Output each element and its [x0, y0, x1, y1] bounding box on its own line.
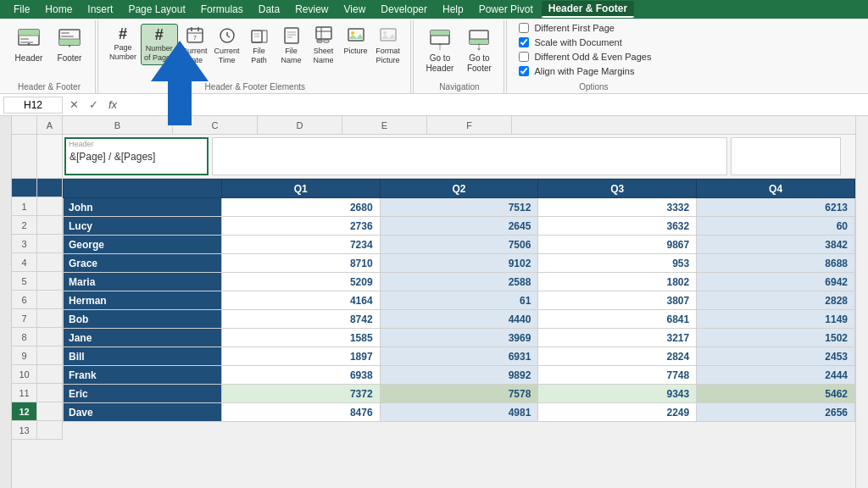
cell-herman-q4[interactable]: 2828 [697, 291, 855, 310]
cell-grace-q2[interactable]: 9102 [380, 254, 538, 273]
go-to-footer-button[interactable]: ↓ Go toFooter [461, 24, 497, 76]
col-a-r10[interactable] [37, 365, 62, 384]
cell-maria-q4[interactable]: 6942 [697, 273, 855, 291]
menu-formulas[interactable]: Formulas [194, 2, 250, 17]
col-a-r4[interactable] [37, 253, 62, 272]
cell-herman-name[interactable]: Herman [64, 291, 222, 310]
cell-lucy-q4[interactable]: 60 [697, 217, 855, 236]
cell-bob-q1[interactable]: 8742 [221, 310, 380, 329]
menu-page-layout[interactable]: Page Layout [121, 2, 192, 17]
col-header-e[interactable]: E [342, 116, 427, 134]
sheet-name-button[interactable]: SheetName [309, 24, 339, 67]
cell-eric-q4[interactable]: 5462 [697, 385, 855, 403]
col-a-r6[interactable] [37, 291, 62, 309]
cell-bill-q2[interactable]: 6931 [380, 347, 538, 366]
cell-john-q1[interactable]: 2680 [221, 198, 380, 217]
scale-with-doc-checkbox[interactable] [519, 37, 529, 47]
cell-grace-name[interactable]: Grace [64, 254, 222, 273]
different-first-checkbox[interactable] [519, 23, 529, 33]
header-left-section[interactable]: Header &[Page] / &[Pages] [64, 137, 209, 175]
cell-maria-q2[interactable]: 2588 [380, 273, 538, 291]
header-right-section[interactable] [731, 137, 841, 175]
cell-frank-q4[interactable]: 2444 [697, 366, 855, 385]
cell-jane-name[interactable]: Jane [64, 329, 222, 347]
cell-dave-q1[interactable]: 8476 [221, 403, 380, 422]
col-a-r3[interactable] [37, 235, 62, 253]
cell-jane-q1[interactable]: 1585 [221, 329, 380, 347]
header-center-section[interactable] [212, 137, 727, 175]
col-a-r5[interactable] [37, 272, 62, 291]
col-a-r8[interactable] [37, 328, 62, 347]
different-odd-even-label[interactable]: Different Odd & Even Pages [534, 52, 651, 62]
menu-review[interactable]: Review [288, 2, 335, 17]
menu-header-footer[interactable]: Header & Footer [542, 1, 634, 18]
cell-lucy-q2[interactable]: 2645 [380, 217, 538, 236]
menu-insert[interactable]: Insert [81, 2, 120, 17]
cell-eric-q2[interactable]: 7578 [380, 385, 538, 403]
cell-reference[interactable] [3, 97, 63, 114]
cell-bob-q2[interactable]: 4440 [380, 310, 538, 329]
col-header-b[interactable]: B [63, 116, 173, 134]
cell-eric-name[interactable]: Eric [64, 385, 222, 403]
cell-eric-q3[interactable]: 9343 [538, 385, 697, 403]
align-with-margins-label[interactable]: Align with Page Margins [534, 66, 634, 76]
cell-bob-name[interactable]: Bob [64, 310, 222, 329]
page-number-button[interactable]: # PageNumber [107, 24, 139, 64]
menu-power-pivot[interactable]: Power Pivot [472, 2, 540, 17]
cell-grace-q4[interactable]: 8688 [697, 254, 855, 273]
cell-lucy-name[interactable]: Lucy [64, 217, 222, 236]
cell-john-q2[interactable]: 7512 [380, 198, 538, 217]
cell-eric-q1[interactable]: 7372 [221, 385, 380, 403]
picture-button[interactable]: Picture [341, 24, 371, 58]
cell-dave-q3[interactable]: 2249 [538, 403, 697, 422]
cell-maria-name[interactable]: Maria [64, 273, 222, 291]
cell-george-q2[interactable]: 7506 [380, 236, 538, 254]
col-header-c[interactable]: C [173, 116, 258, 134]
align-with-margins-checkbox[interactable] [519, 66, 529, 76]
different-first-label[interactable]: Different First Page [534, 23, 615, 33]
cell-herman-q1[interactable]: 4164 [221, 291, 380, 310]
cell-grace-q3[interactable]: 953 [538, 254, 697, 273]
current-time-button[interactable]: CurrentTime [212, 24, 242, 67]
formula-check-button[interactable]: ✓ [86, 98, 102, 111]
menu-view[interactable]: View [337, 2, 373, 17]
cell-bill-q3[interactable]: 2824 [538, 347, 697, 366]
cell-grace-q1[interactable]: 8710 [221, 254, 380, 273]
menu-help[interactable]: Help [436, 2, 470, 17]
formula-x-button[interactable]: ✕ [66, 98, 82, 111]
cell-maria-q1[interactable]: 5209 [221, 273, 380, 291]
menu-file[interactable]: File [7, 2, 36, 17]
cell-george-q3[interactable]: 9867 [538, 236, 697, 254]
cell-bill-q4[interactable]: 2453 [697, 347, 855, 366]
cell-dave-q4[interactable]: 2656 [697, 403, 855, 422]
col-a-r11[interactable] [37, 384, 62, 402]
cell-george-name[interactable]: George [64, 236, 222, 254]
formula-input[interactable] [124, 97, 865, 113]
header-button[interactable]: ▼ Header [10, 24, 47, 66]
cell-lucy-q3[interactable]: 3632 [538, 217, 697, 236]
cell-maria-q3[interactable]: 1802 [538, 273, 697, 291]
right-scrollbar[interactable] [855, 116, 868, 488]
file-name-button[interactable]: FileName [276, 24, 307, 67]
current-date-button[interactable]: 7 CurrentDate [180, 24, 210, 67]
col-a-r12[interactable] [37, 402, 62, 421]
scale-with-doc-label[interactable]: Scale with Document [534, 37, 621, 47]
cell-george-q1[interactable]: 7234 [221, 236, 380, 254]
cell-george-q4[interactable]: 3842 [697, 236, 855, 254]
cell-john-q4[interactable]: 6213 [697, 198, 855, 217]
cell-frank-name[interactable]: Frank [64, 366, 222, 385]
number-of-pages-button[interactable]: # Numberof Pages [141, 24, 178, 65]
go-to-header-button[interactable]: ↑ Go toHeader [422, 24, 459, 76]
file-path-button[interactable]: FilePath [244, 24, 275, 67]
cell-dave-q2[interactable]: 4981 [380, 403, 538, 422]
col-header-d[interactable]: D [258, 116, 342, 134]
col-a-r7[interactable] [37, 309, 62, 328]
cell-jane-q4[interactable]: 1502 [697, 329, 855, 347]
cell-frank-q3[interactable]: 7748 [538, 366, 697, 385]
col-a-r9[interactable] [37, 347, 62, 365]
different-odd-even-checkbox[interactable] [519, 52, 529, 62]
cell-bob-q4[interactable]: 1149 [697, 310, 855, 329]
col-header-a[interactable]: A [37, 116, 63, 134]
cell-frank-q2[interactable]: 9892 [380, 366, 538, 385]
menu-data[interactable]: Data [252, 2, 287, 17]
